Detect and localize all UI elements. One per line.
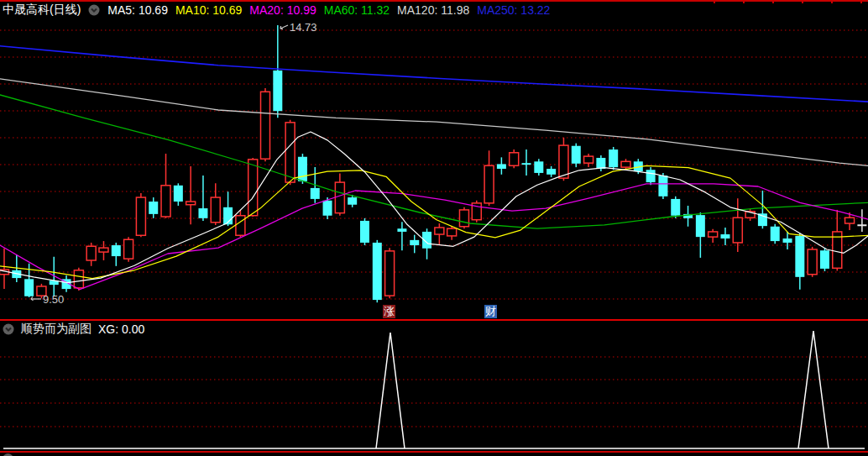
ma-line-MA250 xyxy=(0,46,868,102)
indicator-chart[interactable] xyxy=(0,319,868,456)
signal-spike xyxy=(376,333,405,448)
stock-title: 中晟高科(日线) xyxy=(3,3,81,18)
ma-label: MA60: 11.32 xyxy=(324,3,390,17)
ma-label: MA20: 10.99 xyxy=(249,3,316,17)
ma-label: MA10: 10.69 xyxy=(175,3,242,17)
sub-panel-chevron-icon[interactable] xyxy=(3,323,14,335)
price-tag-zhang: 涨 xyxy=(383,305,395,318)
main-panel-chevron-icon[interactable] xyxy=(88,4,100,16)
main-candlestick-chart[interactable]: 14.739.50 xyxy=(0,0,868,319)
ma-label: MA5: 10.69 xyxy=(107,3,168,17)
indicator-panel: 顺势而为副图 XG: 0.00 xyxy=(0,319,868,456)
ma-line-MA120 xyxy=(0,79,868,166)
signal-spike xyxy=(798,331,829,448)
main-chart-header: 中晟高科(日线) MA5: 10.69 MA10: 10.69 MA20: 10… xyxy=(3,2,550,18)
ma-label: MA250: 13.22 xyxy=(477,3,550,17)
ma-label: MA120: 11.98 xyxy=(397,3,469,17)
indicator-name: 顺势而为副图 xyxy=(21,322,92,337)
signal-spikes-layer xyxy=(376,331,829,448)
stock-chart-window: 14.739.50 中晟高科(日线) MA5: 10.69 MA10: 10.6… xyxy=(0,0,868,456)
indicator-header: 顺势而为副图 XG: 0.00 xyxy=(3,322,144,337)
candles-layer xyxy=(0,25,866,302)
indicator-value: XG: 0.00 xyxy=(98,322,144,336)
sub-grid-layer xyxy=(0,357,868,427)
svg-text:9.50: 9.50 xyxy=(43,293,64,306)
price-tag-cai: 财 xyxy=(484,305,497,318)
svg-text:14.73: 14.73 xyxy=(290,21,317,34)
